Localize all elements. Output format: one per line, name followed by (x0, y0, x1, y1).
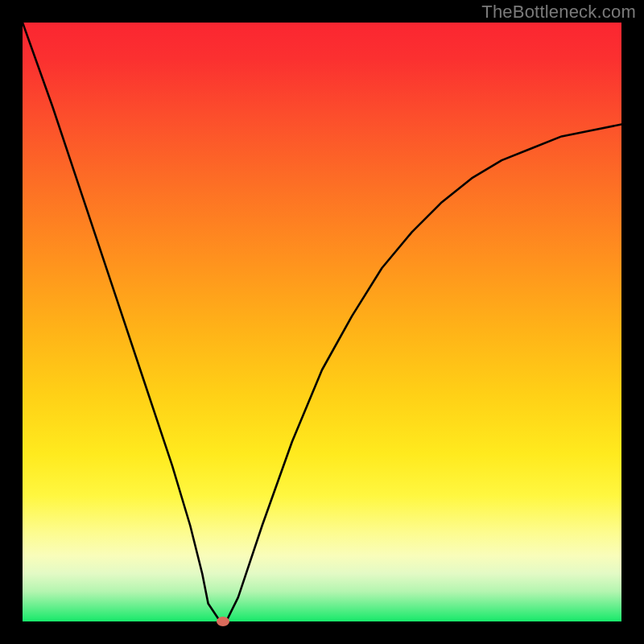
plot-area (23, 23, 621, 621)
chart-frame: TheBottleneck.com (0, 0, 644, 644)
bottleneck-curve (23, 23, 621, 621)
curve-svg (23, 23, 621, 621)
watermark-text: TheBottleneck.com (481, 2, 636, 23)
minimum-marker (217, 617, 229, 626)
